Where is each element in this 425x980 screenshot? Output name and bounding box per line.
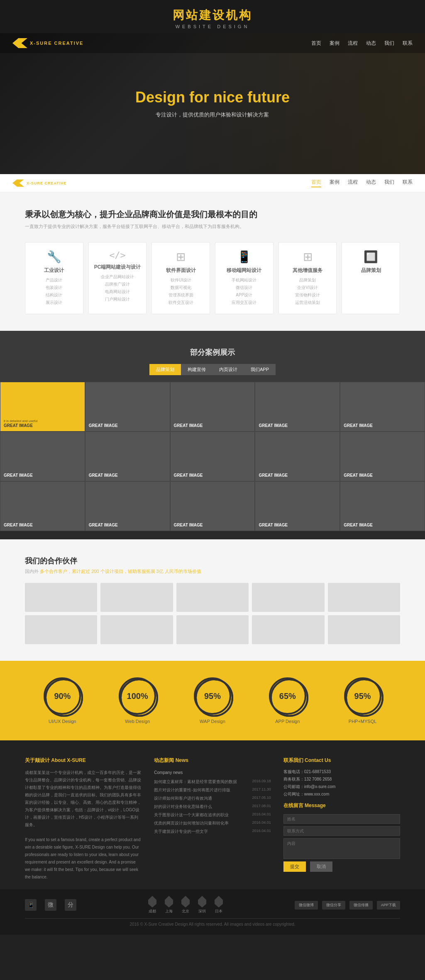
footer-news-date-4: 2016.04.01 <box>252 812 271 818</box>
service-name-5: 品牌策划 <box>347 267 395 274</box>
city-shanghai: 上海 <box>165 896 173 914</box>
partner-logo-2 <box>176 583 249 612</box>
service-items-3: 手机网站设计微信设计APP设计应用交互设计 <box>220 277 268 306</box>
footer-about-col: 关于颠设计 About X-SURE 成都某某某这一个专业设计机构，成立一百多年… <box>25 757 142 881</box>
hero-nav-news[interactable]: 动态 <box>366 40 376 47</box>
service-items-4: 品牌策划企业VI设计宣传物料设计运营活动策划 <box>284 277 332 306</box>
portfolio-label-6: GREAT IMAGE <box>89 473 118 478</box>
portfolio-item-12[interactable]: GREAT IMAGE <box>170 481 255 531</box>
service-name-3: 移动端网站设计 <box>220 267 268 274</box>
portfolio-label-10: GREAT IMAGE <box>4 523 33 527</box>
footer-news-date-3: 2017.08.01 <box>252 804 271 810</box>
portfolio-item-5[interactable]: GREAT IMAGE <box>0 432 85 481</box>
footer-phone-input[interactable] <box>283 826 400 836</box>
hero-nav-home[interactable]: 首页 <box>311 40 321 47</box>
footer-reset-button[interactable]: 取消 <box>310 861 332 872</box>
service-name-4: 其他增值服务 <box>284 267 332 274</box>
stat-item-0: 90% UI/UX Design <box>44 677 81 724</box>
partner-logo-0 <box>25 583 97 612</box>
portfolio-label-7: GREAT IMAGE <box>174 473 203 478</box>
stat-item-3: 65% APP Design <box>269 677 306 724</box>
hero-logo-icon <box>12 38 27 48</box>
portfolio-item-11[interactable]: GREAT IMAGE <box>85 481 170 531</box>
sticky-nav-about[interactable]: 我们 <box>384 179 394 187</box>
partners-stat5: 人民币的市场价值 <box>165 569 201 574</box>
footer-news-1: 图片对设计的重要性-如何将图片进行排版 2017.11.30 <box>154 787 271 793</box>
footer-submit-button[interactable]: 提交 <box>283 861 306 872</box>
footer-message-title: 在线留言 Message <box>283 802 400 809</box>
portfolio-item-4[interactable]: GREAT IMAGE <box>340 382 425 432</box>
footer-social-row: 📱 微 分 <box>25 899 76 911</box>
partner-logo-1 <box>100 583 173 612</box>
service-icon-5: 🔲 <box>347 250 395 264</box>
service-items-1: 企业产品网站设计品牌推广设计电商网站设计门户网站设计 <box>94 273 142 303</box>
footer-news-6: 关于建筑设计专业的一些文字 2016.04.01 <box>154 829 271 834</box>
hero-nav-process[interactable]: 流程 <box>348 40 358 47</box>
portfolio-item-3[interactable]: GREAT IMAGE <box>255 382 340 432</box>
sticky-nav-home[interactable]: 首页 <box>311 179 321 187</box>
footer-news-text-5: 优质的网页设计如何增加访问量和转化率 <box>154 820 248 826</box>
footer-mobile: 商务联系：132 7086 2658 <box>283 776 400 782</box>
app-badge-0[interactable]: 微信微博 <box>295 901 318 910</box>
service-icon-1: </> <box>94 250 142 260</box>
stat-item-2: 95% WAP Design <box>194 677 231 724</box>
portfolio-tab-3[interactable]: 我们APP <box>244 364 276 375</box>
sticky-nav-process[interactable]: 流程 <box>348 179 358 187</box>
footer-news-title: 动态新闻 News <box>154 757 271 764</box>
service-icon-0: 🔧 <box>30 250 78 264</box>
footer-news-text-6: 关于建筑设计专业的一些文字 <box>154 829 248 834</box>
hero-main-title: Design for nice future <box>135 89 290 106</box>
portfolio-item-6[interactable]: GREAT IMAGE <box>85 432 170 481</box>
portfolio-item-8[interactable]: GREAT IMAGE <box>255 432 340 481</box>
footer-name-input[interactable] <box>283 814 400 824</box>
sticky-nav-links: 首页 案例 流程 动态 我们 联系 <box>311 179 413 187</box>
stat-item-4: 95% PHP+MYSQL <box>344 677 381 724</box>
hero-nav-cases[interactable]: 案例 <box>330 40 340 47</box>
app-badge-2[interactable]: 微信传播 <box>349 901 373 910</box>
service-name-1: PC端网站建设与设计 <box>94 264 142 271</box>
footer-news-text-0: 如何建立素材库：素材是经常需要查阅的数据 <box>154 779 248 785</box>
app-badge-3[interactable]: APP下载 <box>377 901 400 910</box>
portfolio-label-11: GREAT IMAGE <box>89 523 118 527</box>
stat-item-1: 100% Web Design <box>119 677 156 724</box>
footer-news-3: 好的设计对业务转化意味着什么 2017.08.01 <box>154 804 271 810</box>
partners-stat2: 200 <box>91 569 99 574</box>
hero-navigation: X-SURE CREATIVE 首页 案例 流程 动态 我们 联系 <box>0 33 425 53</box>
portfolio-label-13: GREAT IMAGE <box>259 523 288 527</box>
portfolio-label-3: GREAT IMAGE <box>259 423 288 428</box>
service-icon-4: ⊞ <box>284 250 332 264</box>
portfolio-section: 部分案例展示 品牌策划 构建宣传 内页设计 我们APP GREAT IMAGE … <box>0 331 425 531</box>
footer-news-text-4: 关于图形设计这一个大家都在追求的职业 <box>154 812 248 818</box>
portfolio-tab-2[interactable]: 内页设计 <box>212 364 244 375</box>
hero-nav-about[interactable]: 我们 <box>384 40 394 47</box>
stat-circle-1: 100% <box>119 677 156 715</box>
footer-message-input[interactable] <box>283 838 400 859</box>
service-name-0: 工业设计 <box>30 267 78 274</box>
sticky-nav-contact[interactable]: 联系 <box>403 179 413 187</box>
sticky-nav-news[interactable]: 动态 <box>366 179 376 187</box>
app-badge-1[interactable]: 微信分享 <box>322 901 345 910</box>
portfolio-item-14[interactable]: GREAT IMAGE <box>340 481 425 531</box>
sticky-logo-text: X-SURE CREATIVE <box>27 181 66 185</box>
hero-subtitle: 专注设计，提供优质的用户体验和设计解决方案 <box>135 111 290 119</box>
portfolio-item-13[interactable]: GREAT IMAGE <box>255 481 340 531</box>
service-card-5: 🔲 品牌策划 <box>342 242 400 314</box>
portfolio-tab-1[interactable]: 构建宣传 <box>181 364 212 375</box>
footer-news-label: Company news <box>154 769 271 776</box>
portfolio-label-1: GREAT IMAGE <box>89 423 118 428</box>
hero-nav-contact[interactable]: 联系 <box>403 40 413 47</box>
portfolio-label-8: GREAT IMAGE <box>259 473 288 478</box>
stat-label-2: WAP Design <box>194 719 231 724</box>
portfolio-item-2[interactable]: GREAT IMAGE <box>170 382 255 432</box>
portfolio-item-7[interactable]: GREAT IMAGE <box>170 432 255 481</box>
portfolio-item-9[interactable]: GREAT IMAGE <box>340 432 425 481</box>
portfolio-tab-0[interactable]: 品牌策划 <box>149 364 181 375</box>
partners-stat4: 3亿 <box>156 569 164 574</box>
portfolio-item-0[interactable]: GREAT IMAGE it is detailed and useful <box>0 382 85 432</box>
stat-label-0: UI/UX Design <box>44 719 81 724</box>
sticky-nav-cases[interactable]: 案例 <box>330 179 340 187</box>
footer-news-date-0: 2016.09.18 <box>252 779 271 785</box>
portfolio-item-1[interactable]: GREAT IMAGE <box>85 382 170 432</box>
footer-news-date-6: 2016.04.01 <box>252 829 271 834</box>
portfolio-item-10[interactable]: GREAT IMAGE <box>0 481 85 531</box>
